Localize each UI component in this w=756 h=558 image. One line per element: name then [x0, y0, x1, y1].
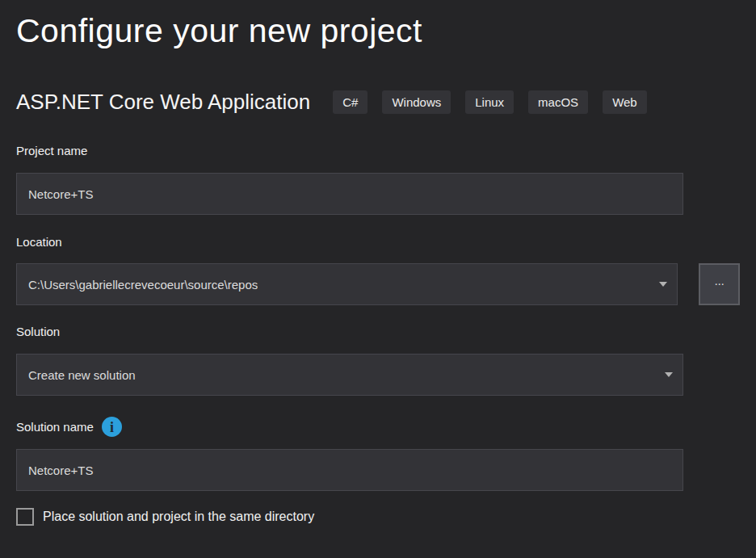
location-value: C:\Users\gabriellecrevecoeur\source\repo… — [28, 278, 258, 292]
solution-name-label: Solution name — [16, 420, 94, 434]
location-label: Location — [16, 235, 740, 250]
solution-value: Create new solution — [28, 368, 136, 382]
tag-csharp: C# — [333, 90, 368, 114]
tag-windows: Windows — [382, 90, 451, 114]
solution-combobox[interactable]: Create new solution — [16, 354, 683, 396]
project-name-label: Project name — [16, 144, 740, 158]
tag-web: Web — [603, 90, 647, 114]
info-icon[interactable] — [102, 417, 122, 437]
tag-macos: macOS — [528, 90, 588, 114]
template-tag-list: C# Windows Linux macOS Web — [333, 90, 647, 114]
solution-name-input[interactable] — [16, 449, 683, 491]
chevron-down-icon[interactable] — [659, 282, 667, 287]
same-directory-checkbox[interactable] — [16, 508, 34, 526]
project-name-input[interactable] — [16, 173, 683, 215]
same-directory-label: Place solution and project in the same d… — [43, 510, 314, 524]
location-row: C:\Users\gabriellecrevecoeur\source\repo… — [16, 263, 740, 305]
page-title: Configure your new project — [16, 11, 740, 51]
configure-project-dialog: Configure your new project ASP.NET Core … — [0, 0, 756, 526]
solution-name-label-row: Solution name — [16, 417, 740, 437]
location-combobox[interactable]: C:\Users\gabriellecrevecoeur\source\repo… — [16, 263, 678, 305]
same-directory-row: Place solution and project in the same d… — [16, 508, 740, 526]
template-name: ASP.NET Core Web Application — [16, 90, 310, 114]
solution-row: Create new solution — [16, 354, 740, 396]
tag-linux: Linux — [465, 90, 514, 114]
solution-label: Solution — [16, 325, 740, 339]
chevron-down-icon[interactable] — [665, 372, 673, 377]
template-header: ASP.NET Core Web Application C# Windows … — [16, 90, 740, 114]
browse-location-button[interactable]: ... — [699, 263, 740, 305]
